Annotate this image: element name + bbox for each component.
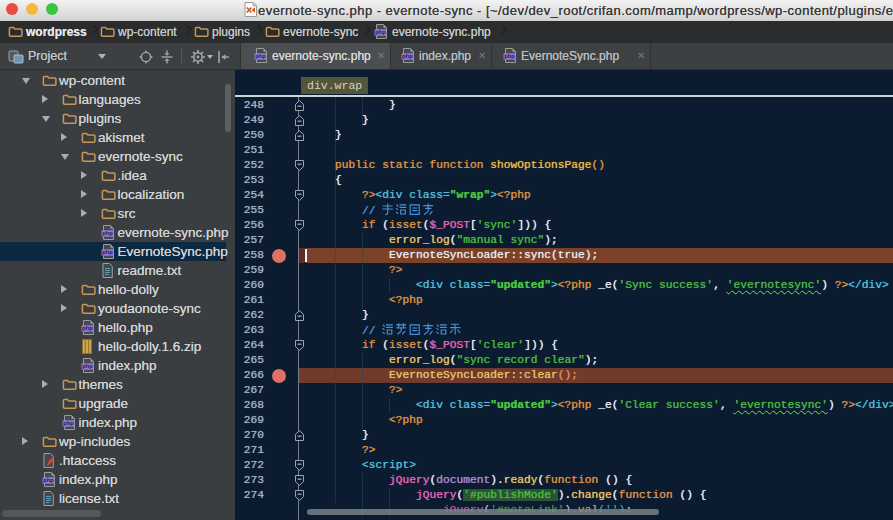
svg-text:php: php bbox=[43, 477, 54, 483]
svg-text:php: php bbox=[102, 230, 113, 236]
svg-text:php: php bbox=[402, 53, 413, 59]
svg-text:php: php bbox=[102, 249, 113, 255]
svg-text:php: php bbox=[82, 325, 93, 331]
svg-text:php: php bbox=[375, 29, 386, 35]
svg-text:php: php bbox=[63, 420, 74, 426]
svg-text:php: php bbox=[255, 53, 266, 59]
svg-text:php: php bbox=[82, 363, 93, 369]
svg-text:php: php bbox=[504, 53, 515, 59]
